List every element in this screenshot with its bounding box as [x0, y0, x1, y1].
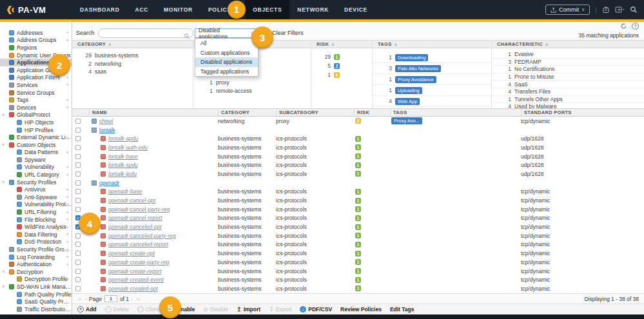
chevron-down-icon[interactable]: ∨ [2, 283, 5, 291]
column-header-tags[interactable]: TAGS [390, 109, 521, 116]
sidebar-item-file-blocking[interactable]: File Blocking+ [0, 216, 72, 224]
nav-item-dashboard[interactable]: DASHBOARD [72, 0, 128, 19]
table-row[interactable]: openadr [72, 179, 644, 188]
chevron-down-icon[interactable]: ∨ [2, 111, 5, 119]
column-header-subcategory[interactable]: SUBCATEGORY [276, 109, 354, 116]
table-row[interactable]: openadr-create-reportbusiness-systemsics… [72, 267, 644, 276]
row-checkbox[interactable] [75, 198, 81, 203]
expand-plus-icon[interactable]: + [66, 276, 69, 282]
application-link[interactable]: openadr-create-opt [108, 250, 155, 256]
sidebar-item-vulnerability[interactable]: Vulnerability+ [0, 164, 72, 171]
filter-column-header[interactable]: RISK∧ [311, 40, 372, 48]
menu-option-all[interactable]: All [195, 39, 258, 48]
application-link[interactable]: openadr-canceled-report [108, 241, 168, 247]
application-link[interactable]: openadr-canceled-opt [108, 224, 162, 230]
filter-item[interactable]: 1Tunnels Other Apps [492, 96, 644, 104]
filter-column-header[interactable]: CATEGORY∧ [72, 40, 193, 48]
sidebar-item-vulnerability-protection[interactable]: Vulnerability Protection+ [0, 201, 72, 209]
sidebar-item-url-filtering[interactable]: URL Filtering+ [0, 208, 72, 216]
expand-plus-icon[interactable]: + [66, 30, 69, 35]
expand-plus-icon[interactable]: + [66, 187, 69, 193]
add-button[interactable]: +Add [77, 306, 97, 313]
application-link[interactable]: lontalk-apdu [108, 135, 138, 142]
sidebar-item-external-dynamic-lists[interactable]: External Dynamic Lists+ [0, 133, 72, 141]
sidebar-item-dos-protection[interactable]: DoS Protection+ [0, 238, 72, 246]
filter-item[interactable]: 2networking [72, 60, 193, 68]
table-row[interactable]: openadr-cancel-optbusiness-systemsics-pr… [72, 196, 644, 205]
expand-plus-icon[interactable]: + [66, 172, 69, 178]
saved-config-icon[interactable] [615, 6, 625, 14]
sidebar-item-security-profiles[interactable]: ∨Security Profiles [0, 179, 72, 186]
table-row[interactable]: lontalk-basebusiness-systemsics-protocol… [72, 152, 644, 161]
table-row[interactable]: openadr-created-optbusiness-systemsics-p… [72, 284, 644, 293]
sidebar-item-authentication[interactable]: Authentication+ [0, 260, 72, 268]
row-checkbox[interactable] [75, 277, 81, 282]
chevron-down-icon[interactable]: ∨ [2, 268, 5, 276]
filter-item[interactable]: 1Evasive [492, 51, 644, 59]
row-checkbox[interactable] [75, 128, 81, 133]
sidebar-item-addresses[interactable]: Addresses+ [0, 29, 72, 37]
application-link[interactable]: openadr-create-party-reg [108, 259, 169, 266]
sidebar-item-data-filtering[interactable]: Data Filtering+ [0, 231, 72, 238]
row-checkbox[interactable] [75, 251, 81, 256]
filter-item[interactable]: 1Proxy Avoidance [373, 74, 491, 85]
sidebar-item-globalprotect[interactable]: ∨GlobalProtect [0, 111, 72, 119]
expand-plus-icon[interactable]: + [66, 231, 69, 237]
menu-option-disabled-applications[interactable]: Disabled applications [195, 57, 258, 67]
row-checkbox[interactable] [75, 269, 81, 274]
filter-item[interactable]: 291 [311, 52, 372, 61]
row-checkbox[interactable] [75, 286, 81, 291]
nav-item-network[interactable]: NETWORK [289, 0, 337, 19]
sidebar-item-wildfire-analysis[interactable]: WildFire Analysis+ [0, 223, 72, 231]
expand-plus-icon[interactable]: + [66, 82, 69, 88]
nav-item-acc[interactable]: ACC [128, 0, 157, 19]
application-link[interactable]: openadr-created-event [108, 276, 164, 283]
application-link[interactable]: openadr-cancel-opt [108, 197, 155, 204]
filter-item[interactable]: 3Palo Alto Networks [373, 63, 491, 74]
sidebar-item-anti-spyware[interactable]: Anti-Spyware+ [0, 193, 72, 201]
row-checkbox[interactable] [75, 189, 81, 194]
sidebar-item-data-patterns[interactable]: Data Patterns+ [0, 149, 72, 157]
commit-button[interactable]: Commit ∨ [545, 5, 590, 15]
sidebar-item-security-profile-groups[interactable]: Security Profile Groups+ [0, 246, 72, 253]
application-filter-dropdown[interactable]: Disabled applications ∨ [195, 28, 257, 38]
menu-option-tagged-applications[interactable]: Tagged applications [195, 67, 258, 77]
row-checkbox[interactable] [75, 242, 81, 247]
sidebar-item-decryption[interactable]: ∨Decryption [0, 268, 72, 276]
sidebar-item-log-forwarding[interactable]: Log Forwarding+ [0, 253, 72, 261]
sidebar-item-devices[interactable]: Devices+ [0, 104, 72, 111]
row-checkbox[interactable] [75, 260, 81, 265]
sidebar-item-service-groups[interactable]: Service Groups [0, 89, 72, 97]
row-checkbox[interactable] [75, 233, 81, 238]
expand-plus-icon[interactable]: + [66, 254, 69, 260]
clear-filters-button[interactable]: Clear Filters [272, 30, 304, 36]
application-link[interactable]: lontalk-tpdu [108, 171, 137, 177]
table-row[interactable]: lontalk [72, 126, 644, 135]
expand-plus-icon[interactable]: + [66, 247, 69, 253]
sidebar-item-hip-profiles[interactable]: HIP Profiles [0, 126, 72, 134]
expand-plus-icon[interactable]: + [66, 217, 69, 222]
row-checkbox[interactable] [75, 154, 81, 159]
application-link[interactable]: openadr-canceled-party-reg [108, 233, 176, 239]
expand-plus-icon[interactable]: + [66, 150, 69, 155]
table-row[interactable]: openadr-create-party-regbusiness-systems… [72, 258, 644, 267]
column-header-standard-ports[interactable]: STANDARD PORTS [521, 109, 644, 116]
expand-plus-icon[interactable]: + [66, 239, 69, 245]
application-link[interactable]: lontalk-spdu [108, 162, 138, 168]
application-link[interactable]: openadr-created-opt [108, 285, 158, 292]
refresh-icon[interactable] [620, 23, 627, 30]
column-header-category[interactable]: CATEGORY [218, 109, 276, 116]
application-group-link[interactable]: lontalk [99, 127, 115, 133]
sidebar-item-regions[interactable]: Regions [0, 44, 72, 52]
sidebar-item-url-category[interactable]: URL Category+ [0, 171, 72, 179]
nav-item-objects[interactable]: OBJECTS [245, 0, 289, 19]
sidebar-item-spyware[interactable]: Spyware [0, 156, 72, 164]
table-row[interactable]: ✓openadr-canceled-optbusiness-systemsics… [72, 222, 644, 231]
application-group-link[interactable]: openadr [99, 180, 119, 186]
row-checkbox[interactable] [75, 145, 81, 150]
row-checkbox[interactable] [75, 119, 81, 124]
sidebar-item-saas-quality-profile[interactable]: SaaS Quality Profile [0, 298, 72, 305]
filter-item[interactable]: 4Web App [373, 96, 491, 107]
table-row[interactable]: openadr-cancel-party-regbusiness-systems… [72, 205, 644, 214]
sidebar-item-sd-wan-link-management[interactable]: ∨SD-WAN Link Management [0, 283, 72, 291]
